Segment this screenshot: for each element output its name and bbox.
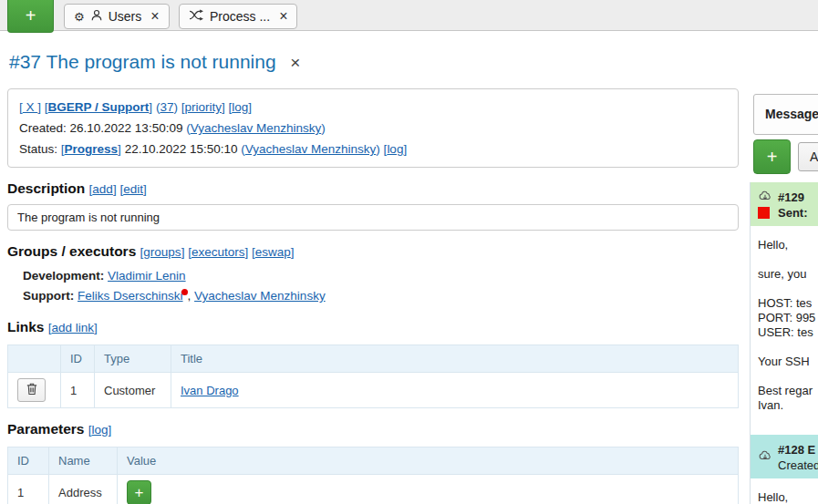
status-label: Status: — [19, 142, 57, 156]
executor-link[interactable]: Feliks Dserschinski — [78, 289, 183, 303]
groups-heading-label: Groups / executors — [7, 243, 136, 259]
bracket: ] — [244, 245, 248, 259]
created-datetime: 26.10.2022 13:50:09 — [70, 121, 183, 135]
bracket: ] — [403, 142, 407, 156]
links-table: ID Type Title — [7, 345, 739, 408]
created-label: Created: — [19, 121, 67, 135]
description-heading: Description [add] [edit] — [7, 180, 739, 197]
param-id-cell: 1 — [8, 475, 49, 504]
parameters-log-link[interactable]: log — [92, 423, 109, 437]
bracket: ] — [94, 321, 98, 334]
process-info-box: [ X ] [BGERP / Support] (37) [priority] … — [7, 88, 739, 168]
message-status-label: Created: — [778, 458, 818, 473]
tab-process[interactable]: Process ... × — [179, 4, 297, 29]
group-label: Development: — [23, 269, 104, 283]
message-header-128[interactable]: #128 E Created: — [751, 435, 818, 478]
tab-messages[interactable]: Messages — [753, 94, 818, 135]
link-title-link[interactable]: Ivan Drago — [181, 384, 239, 397]
description-add-link[interactable]: add — [92, 182, 113, 196]
param-name-cell: Address — [49, 475, 118, 504]
bracket: ] — [143, 182, 147, 196]
process-info-line-created: Created: 26.10.2022 13:50:09 (Vyacheslav… — [19, 118, 727, 139]
eswap-link[interactable]: eswap — [255, 245, 291, 259]
group-label: Support: — [23, 289, 74, 303]
column-header-id: ID — [8, 447, 49, 475]
links-heading-label: Links — [7, 319, 44, 334]
parameters-heading: Parameters [log] — [7, 421, 739, 437]
executor-link[interactable]: Vyacheslav Menzhinsky — [194, 289, 326, 303]
executor-row-support: Support: Feliks Dserschinski, Vyacheslav… — [23, 286, 739, 306]
message-icon — [758, 449, 772, 465]
add-param-value-button[interactable]: + — [127, 480, 151, 504]
executor-row-development: Development: Vladimir Lenin — [23, 266, 739, 286]
page-title: #37 The program is not running — [9, 51, 276, 72]
bracket: ] — [149, 100, 152, 114]
links-heading: Links [add link] — [7, 319, 739, 335]
top-tab-bar: + ⚙ Users × Process ... × — [0, 0, 818, 31]
project-link[interactable]: BGERP / Support — [48, 100, 150, 114]
all-messages-button[interactable]: All — [798, 142, 818, 171]
table-row: 1 Customer Ivan Drago — [8, 373, 739, 408]
status-user-link[interactable]: Vyacheslav Menzhinsky — [245, 142, 377, 156]
status-datetime: 22.10.2022 15:50:10 — [125, 142, 238, 156]
paren: ) — [173, 100, 178, 114]
column-header-title: Title — [171, 345, 739, 373]
separator: , — [188, 289, 195, 303]
user-icon — [90, 9, 103, 25]
message-icon — [758, 190, 772, 205]
table-row: 1 Address + — [8, 475, 739, 504]
shuffle-icon — [189, 9, 204, 24]
process-info-line-status: Status: [Progress] 22.10.2022 15:50:10 (… — [19, 139, 727, 159]
delete-link-button[interactable] — [17, 378, 46, 402]
tab-users-label: Users — [109, 9, 142, 24]
column-header-action — [8, 345, 61, 373]
log-link[interactable]: log — [232, 100, 248, 114]
process-info-line-links: [ X ] [BGERP / Support] (37) [priority] … — [19, 97, 727, 118]
process-id-link[interactable]: 37 — [160, 100, 173, 114]
link-type-cell: Customer — [95, 373, 171, 408]
new-tab-button[interactable]: + — [7, 0, 54, 33]
bracket: ] — [222, 100, 225, 114]
message-status-label: Sent: — [778, 205, 808, 221]
priority-link[interactable]: priority — [184, 100, 222, 114]
unread-indicator-square — [758, 207, 770, 219]
parameters-table: ID Name Value 1 Address + — [7, 447, 739, 504]
unread-indicator-dot — [181, 289, 188, 295]
message-list: #129 Sent: Hello, sure, you HOST: tes PO… — [750, 182, 818, 504]
bracket: ] — [181, 245, 185, 259]
description-text-box: The program is not running — [7, 204, 739, 231]
add-message-button[interactable]: + — [753, 139, 791, 174]
column-header-type: Type — [95, 345, 171, 373]
status-link[interactable]: Progress — [65, 142, 119, 156]
tab-process-label: Process ... — [210, 9, 270, 24]
column-header-name: Name — [49, 447, 118, 475]
status-log-link[interactable]: log — [387, 142, 403, 156]
tab-users-close-icon[interactable]: × — [150, 8, 159, 25]
created-user-link[interactable]: Vyacheslav Menzhinsky — [191, 121, 322, 135]
tab-process-close-icon[interactable]: × — [279, 8, 287, 25]
message-body: Hello, sure, you HOST: tes PORT: 995 USE… — [751, 226, 818, 435]
message-id: #128 E — [778, 442, 818, 458]
paren: ) — [376, 142, 380, 156]
bracket: ] — [109, 423, 112, 437]
bracket: ] — [291, 245, 295, 259]
message-header-129[interactable]: #129 Sent: — [751, 182, 818, 226]
groups-executors-heading: Groups / executors [groups] [executors] … — [7, 243, 739, 260]
description-heading-label: Description — [7, 180, 85, 196]
message-body: Hello, — [751, 478, 818, 504]
page-close-icon[interactable]: × — [290, 53, 300, 72]
gear-icon: ⚙ — [74, 10, 85, 24]
parameters-heading-label: Parameters — [7, 421, 84, 437]
add-link-link[interactable]: add link — [52, 321, 95, 334]
description-edit-link[interactable]: edit — [123, 182, 143, 196]
column-header-id: ID — [61, 345, 95, 373]
executors-link[interactable]: executors — [192, 245, 245, 259]
bracket: ] — [248, 100, 252, 114]
tab-users[interactable]: ⚙ Users × — [64, 4, 170, 29]
process-close-link[interactable]: X — [23, 100, 38, 114]
groups-link[interactable]: groups — [143, 245, 181, 259]
executor-link[interactable]: Vladimir Lenin — [108, 269, 186, 283]
bracket: ] — [113, 182, 117, 196]
column-header-value: Value — [118, 447, 739, 475]
paren: ) — [321, 121, 326, 135]
